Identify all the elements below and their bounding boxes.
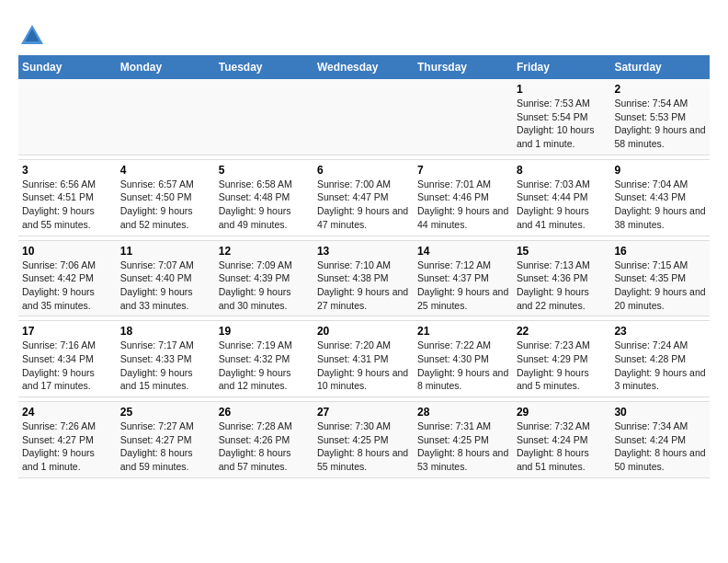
- cell-week3-day2: 11Sunrise: 7:07 AM Sunset: 4:40 PM Dayli…: [117, 240, 215, 316]
- week-row-3: 10Sunrise: 7:06 AM Sunset: 4:42 PM Dayli…: [18, 240, 710, 316]
- day-number: 15: [517, 245, 608, 258]
- day-info: Sunrise: 7:34 AM Sunset: 4:24 PM Dayligh…: [614, 419, 706, 474]
- day-info: Sunrise: 7:12 AM Sunset: 4:37 PM Dayligh…: [417, 259, 509, 313]
- header-row: SundayMondayTuesdayWednesdayThursdayFrid…: [18, 55, 710, 79]
- cell-week1-day5: [414, 79, 513, 155]
- day-number: 3: [22, 164, 113, 177]
- day-info: Sunrise: 6:56 AM Sunset: 4:51 PM Dayligh…: [22, 178, 113, 232]
- day-info: Sunrise: 7:22 AM Sunset: 4:30 PM Dayligh…: [417, 339, 509, 393]
- day-info: Sunrise: 7:32 AM Sunset: 4:24 PM Dayligh…: [517, 419, 608, 474]
- week-row-5: 24Sunrise: 7:26 AM Sunset: 4:27 PM Dayli…: [18, 402, 710, 478]
- week-row-1: 1Sunrise: 7:53 AM Sunset: 5:54 PM Daylig…: [18, 79, 710, 155]
- cell-week3-day4: 13Sunrise: 7:10 AM Sunset: 4:38 PM Dayli…: [313, 240, 414, 316]
- cell-week5-day4: 27Sunrise: 7:30 AM Sunset: 4:25 PM Dayli…: [313, 402, 414, 478]
- day-number: 1: [517, 83, 608, 96]
- day-info: Sunrise: 7:07 AM Sunset: 4:40 PM Dayligh…: [120, 259, 211, 313]
- day-info: Sunrise: 6:57 AM Sunset: 4:50 PM Dayligh…: [120, 178, 211, 232]
- cell-week5-day7: 30Sunrise: 7:34 AM Sunset: 4:24 PM Dayli…: [610, 402, 710, 478]
- week-row-4: 17Sunrise: 7:16 AM Sunset: 4:34 PM Dayli…: [18, 321, 710, 397]
- cell-week4-day4: 20Sunrise: 7:20 AM Sunset: 4:31 PM Dayli…: [313, 321, 414, 397]
- day-info: Sunrise: 7:10 AM Sunset: 4:38 PM Dayligh…: [317, 259, 410, 313]
- day-number: 11: [120, 245, 211, 258]
- day-info: Sunrise: 7:03 AM Sunset: 4:44 PM Dayligh…: [517, 178, 608, 232]
- day-number: 29: [517, 406, 608, 419]
- page: SundayMondayTuesdayWednesdayThursdayFrid…: [0, 0, 728, 488]
- day-number: 12: [219, 245, 310, 258]
- cell-week2-day6: 8Sunrise: 7:03 AM Sunset: 4:44 PM Daylig…: [513, 159, 611, 236]
- day-info: Sunrise: 7:00 AM Sunset: 4:47 PM Dayligh…: [317, 178, 410, 232]
- day-info: Sunrise: 7:31 AM Sunset: 4:25 PM Dayligh…: [417, 419, 509, 474]
- cell-week2-day2: 4Sunrise: 6:57 AM Sunset: 4:50 PM Daylig…: [117, 159, 215, 236]
- cell-week3-day7: 16Sunrise: 7:15 AM Sunset: 4:35 PM Dayli…: [610, 240, 710, 316]
- day-info: Sunrise: 7:15 AM Sunset: 4:35 PM Dayligh…: [614, 259, 706, 313]
- col-header-tuesday: Tuesday: [215, 55, 313, 79]
- day-info: Sunrise: 7:16 AM Sunset: 4:34 PM Dayligh…: [22, 339, 113, 393]
- day-info: Sunrise: 7:27 AM Sunset: 4:27 PM Dayligh…: [120, 419, 211, 474]
- day-number: 16: [614, 245, 706, 258]
- day-info: Sunrise: 7:23 AM Sunset: 4:29 PM Dayligh…: [517, 339, 608, 393]
- cell-week4-day2: 18Sunrise: 7:17 AM Sunset: 4:33 PM Dayli…: [117, 321, 215, 397]
- cell-week1-day1: [18, 79, 117, 155]
- day-number: 10: [22, 245, 113, 258]
- day-number: 22: [517, 325, 608, 338]
- day-info: Sunrise: 7:06 AM Sunset: 4:42 PM Dayligh…: [22, 259, 113, 313]
- day-number: 17: [22, 325, 113, 338]
- col-header-monday: Monday: [117, 55, 215, 79]
- logo-icon: [18, 22, 46, 50]
- day-number: 9: [614, 164, 706, 177]
- cell-week2-day5: 7Sunrise: 7:01 AM Sunset: 4:46 PM Daylig…: [414, 159, 513, 236]
- col-header-saturday: Saturday: [610, 55, 710, 79]
- day-info: Sunrise: 7:30 AM Sunset: 4:25 PM Dayligh…: [317, 419, 410, 474]
- day-number: 7: [417, 164, 509, 177]
- cell-week2-day4: 6Sunrise: 7:00 AM Sunset: 4:47 PM Daylig…: [313, 159, 414, 236]
- day-number: 4: [120, 164, 211, 177]
- cell-week3-day5: 14Sunrise: 7:12 AM Sunset: 4:37 PM Dayli…: [414, 240, 513, 316]
- cell-week5-day3: 26Sunrise: 7:28 AM Sunset: 4:26 PM Dayli…: [215, 402, 313, 478]
- cell-week1-day3: [215, 79, 313, 155]
- day-info: Sunrise: 7:09 AM Sunset: 4:39 PM Dayligh…: [219, 259, 310, 313]
- cell-week5-day5: 28Sunrise: 7:31 AM Sunset: 4:25 PM Dayli…: [414, 402, 513, 478]
- cell-week1-day7: 2Sunrise: 7:54 AM Sunset: 5:53 PM Daylig…: [610, 79, 710, 155]
- day-number: 30: [614, 406, 706, 419]
- day-info: Sunrise: 6:58 AM Sunset: 4:48 PM Dayligh…: [219, 178, 310, 232]
- day-number: 28: [417, 406, 509, 419]
- day-number: 23: [614, 325, 706, 338]
- day-number: 27: [317, 406, 410, 419]
- cell-week1-day6: 1Sunrise: 7:53 AM Sunset: 5:54 PM Daylig…: [513, 79, 611, 155]
- day-info: Sunrise: 7:24 AM Sunset: 4:28 PM Dayligh…: [614, 339, 706, 393]
- cell-week4-day5: 21Sunrise: 7:22 AM Sunset: 4:30 PM Dayli…: [414, 321, 513, 397]
- day-number: 24: [22, 406, 113, 419]
- cell-week1-day2: [117, 79, 215, 155]
- day-info: Sunrise: 7:01 AM Sunset: 4:46 PM Dayligh…: [417, 178, 509, 232]
- day-info: Sunrise: 7:28 AM Sunset: 4:26 PM Dayligh…: [219, 419, 310, 474]
- cell-week4-day1: 17Sunrise: 7:16 AM Sunset: 4:34 PM Dayli…: [18, 321, 117, 397]
- cell-week5-day2: 25Sunrise: 7:27 AM Sunset: 4:27 PM Dayli…: [117, 402, 215, 478]
- day-number: 18: [120, 325, 211, 338]
- day-number: 20: [317, 325, 410, 338]
- day-info: Sunrise: 7:54 AM Sunset: 5:53 PM Dayligh…: [614, 97, 706, 151]
- day-number: 14: [417, 245, 509, 258]
- day-info: Sunrise: 7:53 AM Sunset: 5:54 PM Dayligh…: [517, 97, 608, 151]
- day-info: Sunrise: 7:26 AM Sunset: 4:27 PM Dayligh…: [22, 419, 113, 474]
- logo: [18, 22, 50, 50]
- day-number: 26: [219, 406, 310, 419]
- day-number: 8: [517, 164, 608, 177]
- col-header-sunday: Sunday: [18, 55, 117, 79]
- cell-week5-day1: 24Sunrise: 7:26 AM Sunset: 4:27 PM Dayli…: [18, 402, 117, 478]
- day-number: 2: [614, 83, 706, 96]
- day-number: 5: [219, 164, 310, 177]
- day-number: 21: [417, 325, 509, 338]
- day-number: 19: [219, 325, 310, 338]
- cell-week5-day6: 29Sunrise: 7:32 AM Sunset: 4:24 PM Dayli…: [513, 402, 611, 478]
- day-info: Sunrise: 7:19 AM Sunset: 4:32 PM Dayligh…: [219, 339, 310, 393]
- week-row-2: 3Sunrise: 6:56 AM Sunset: 4:51 PM Daylig…: [18, 159, 710, 236]
- cell-week4-day6: 22Sunrise: 7:23 AM Sunset: 4:29 PM Dayli…: [513, 321, 611, 397]
- day-info: Sunrise: 7:20 AM Sunset: 4:31 PM Dayligh…: [317, 339, 410, 393]
- col-header-friday: Friday: [513, 55, 611, 79]
- cell-week3-day1: 10Sunrise: 7:06 AM Sunset: 4:42 PM Dayli…: [18, 240, 117, 316]
- day-info: Sunrise: 7:04 AM Sunset: 4:43 PM Dayligh…: [614, 178, 706, 232]
- cell-week2-day7: 9Sunrise: 7:04 AM Sunset: 4:43 PM Daylig…: [610, 159, 710, 236]
- day-info: Sunrise: 7:17 AM Sunset: 4:33 PM Dayligh…: [120, 339, 211, 393]
- cell-week2-day3: 5Sunrise: 6:58 AM Sunset: 4:48 PM Daylig…: [215, 159, 313, 236]
- day-number: 6: [317, 164, 410, 177]
